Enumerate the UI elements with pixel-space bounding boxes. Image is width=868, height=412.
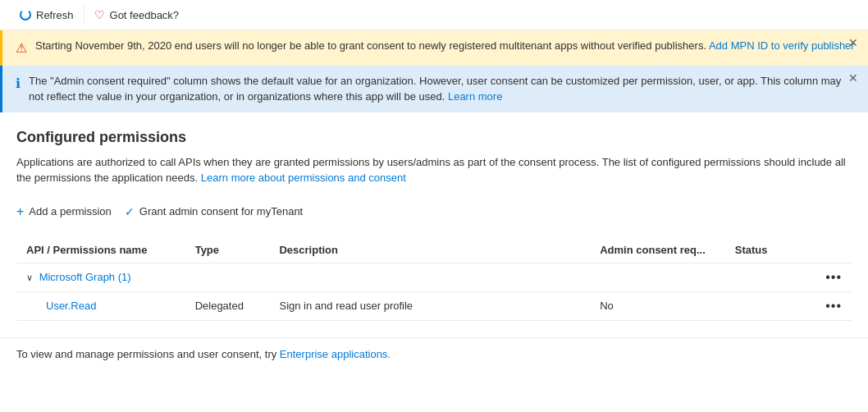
- page-title: Configured permissions: [16, 129, 852, 146]
- permission-name-link[interactable]: User.Read: [26, 300, 96, 312]
- permissions-table: API / Permissions name Type Description …: [16, 237, 852, 321]
- footer-text: To view and manage permissions and user …: [16, 348, 276, 360]
- permission-more-actions[interactable]: •••: [825, 299, 842, 313]
- refresh-label: Refresh: [36, 9, 74, 21]
- plus-icon: +: [16, 204, 24, 219]
- learn-more-permissions-link[interactable]: Learn more about permissions and consent: [201, 172, 406, 184]
- col-header-type: Type: [185, 237, 270, 263]
- col-header-name: API / Permissions name: [16, 237, 185, 263]
- grant-consent-button[interactable]: ✓ Grant admin consent for myTenant: [125, 200, 303, 223]
- col-header-status: Status: [725, 237, 810, 263]
- table-header-row: API / Permissions name Type Description …: [16, 237, 852, 263]
- check-icon: ✓: [125, 205, 135, 218]
- toolbar-divider: [84, 5, 85, 25]
- mpn-id-link[interactable]: Add MPN ID to verify publisher: [709, 39, 855, 52]
- grant-consent-label: Grant admin consent for myTenant: [139, 205, 303, 217]
- main-content: Configured permissions Applications are …: [0, 112, 868, 331]
- chevron-down-icon: ∨: [26, 272, 33, 283]
- col-header-desc: Description: [269, 237, 590, 263]
- info-icon: ℹ: [16, 75, 21, 93]
- info-banner-close[interactable]: ✕: [848, 72, 858, 84]
- feedback-button[interactable]: ♡ Got feedback?: [88, 5, 186, 25]
- warning-icon: ⚠: [16, 39, 27, 57]
- learn-more-link-banner[interactable]: Learn more: [448, 90, 502, 103]
- permission-status: [725, 291, 810, 320]
- permission-admin-consent: No: [590, 291, 725, 320]
- footer: To view and manage permissions and user …: [0, 337, 868, 370]
- section-description: Applications are authorized to call APIs…: [16, 154, 852, 186]
- add-permission-label: Add a permission: [29, 205, 111, 217]
- warning-banner: ⚠ Starting November 9th, 2020 end users …: [0, 30, 868, 66]
- add-permission-button[interactable]: + Add a permission: [16, 199, 112, 224]
- toolbar: Refresh ♡ Got feedback?: [0, 0, 868, 30]
- info-banner: ℹ The "Admin consent required" column sh…: [0, 66, 868, 112]
- heart-icon: ♡: [94, 8, 105, 21]
- col-header-actions: [810, 237, 852, 263]
- permission-type: Delegated: [185, 291, 270, 320]
- action-bar: + Add a permission ✓ Grant admin consent…: [16, 199, 852, 224]
- enterprise-apps-link[interactable]: Enterprise applications.: [280, 348, 391, 360]
- table-row: ∨ Microsoft Graph (1) •••: [16, 263, 852, 291]
- group-name-link[interactable]: Microsoft Graph (1): [39, 271, 131, 283]
- warning-banner-text: Starting November 9th, 2020 end users wi…: [35, 39, 855, 53]
- group-more-actions[interactable]: •••: [825, 270, 842, 284]
- info-banner-text: The "Admin consent required" column show…: [29, 74, 855, 103]
- refresh-button[interactable]: Refresh: [13, 6, 80, 25]
- feedback-label: Got feedback?: [110, 9, 180, 21]
- col-header-admin: Admin consent req...: [590, 237, 725, 263]
- permission-description: Sign in and read user profile: [269, 291, 590, 320]
- refresh-icon: [20, 9, 31, 21]
- warning-banner-close[interactable]: ✕: [848, 37, 858, 48]
- table-row: User.Read Delegated Sign in and read use…: [16, 291, 852, 320]
